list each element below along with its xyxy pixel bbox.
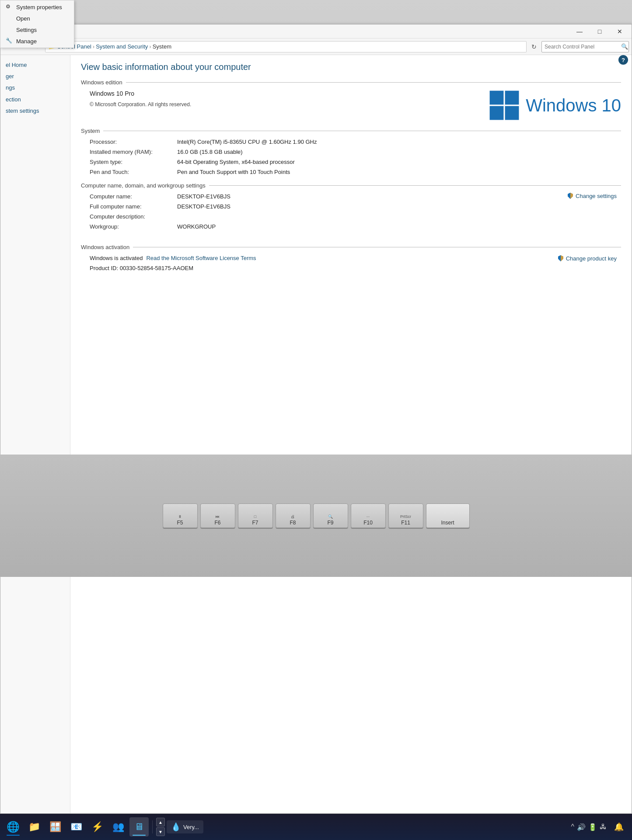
edition-info: Windows 10 Pro © Microsoft Corporation. … <box>90 90 480 108</box>
search-wrapper: 🔍 <box>541 41 629 52</box>
computer-divider <box>209 185 621 186</box>
edition-section: Windows 10 Pro © Microsoft Corporation. … <box>90 90 621 121</box>
activation-status-row: Windows is activated Read the Microsoft … <box>90 255 256 261</box>
sidebar-item-remote-settings[interactable]: ngs <box>0 82 70 94</box>
minimize-button[interactable]: — <box>569 24 590 38</box>
key-play-pause[interactable]: ⏸ F5 <box>163 503 198 528</box>
keyboard-row-fn: ⏸ F5 ⏭ F6 □ F7 🖨 F8 🔍 F9 ··· F10 PrtScr … <box>163 503 470 528</box>
store-icon: 🪟 <box>49 821 61 833</box>
key-f6[interactable]: ⏭ F6 <box>200 503 235 528</box>
breadcrumb-system-security[interactable]: System and Security <box>96 43 148 50</box>
weather-widget[interactable]: 💧 Very... <box>167 820 203 833</box>
svg-rect-2 <box>490 106 504 120</box>
key-f9[interactable]: 🔍 F9 <box>313 503 348 528</box>
svg-marker-5 <box>570 193 573 199</box>
sidebar-item-home[interactable]: el Home <box>0 59 70 71</box>
scroll-up-arrow[interactable]: ▲ <box>156 818 165 826</box>
full-name-label: Full computer name: <box>90 203 177 210</box>
taskbar-power[interactable]: ⚡ <box>87 817 107 837</box>
active-app-icon: 🖥 <box>134 821 144 833</box>
svg-marker-9 <box>558 255 561 261</box>
product-id-row: Product ID: 00330-52854-58175-AAOEM <box>90 265 256 271</box>
svg-marker-8 <box>561 255 563 261</box>
product-id-value: 00330-52854-58175-AAOEM <box>120 265 193 271</box>
change-product-key-button[interactable]: Change product key <box>557 255 617 262</box>
taskbar: 🌐 📁 🪟 📧 ⚡ 👥 🖥 ▲ ▼ 💧 Very... ^ 🔊 🔋 🖧 <box>0 814 632 840</box>
power-icon: ⚡ <box>91 821 103 833</box>
ram-row: Installed memory (RAM): 16.0 GB (15.8 GB… <box>90 149 621 155</box>
maximize-button[interactable]: □ <box>590 24 610 38</box>
tray-chevron[interactable]: ^ <box>571 823 574 831</box>
windows-logo-area: Windows 10 <box>489 90 621 121</box>
key-f8[interactable]: 🖨 F8 <box>276 503 311 528</box>
taskbar-outlook[interactable]: 📧 <box>66 817 86 837</box>
change-settings-button[interactable]: Change settings <box>567 192 617 199</box>
sidebar-item-system-protection[interactable]: ection <box>0 94 70 105</box>
notification-button[interactable]: 🔔 <box>609 817 629 837</box>
key-insert[interactable]: Insert <box>426 503 470 528</box>
system-tray: ^ 🔊 🔋 🖧 🔔 <box>571 817 629 837</box>
search-button[interactable]: 🔍 <box>621 43 628 50</box>
scroll-arrows: ▲ ▼ <box>156 818 165 836</box>
workgroup-label: Workgroup: <box>90 223 177 230</box>
tray-network[interactable]: 🖧 <box>600 823 607 831</box>
ram-value: 16.0 GB (15.8 GB usable) <box>177 149 621 155</box>
processor-row: Processor: Intel(R) Core(TM) i5-8365U CP… <box>90 139 621 145</box>
edge-underline <box>7 835 20 836</box>
context-item-manage[interactable]: 🔧 Manage <box>0 35 74 47</box>
close-button[interactable]: ✕ <box>610 24 630 38</box>
description-label: Computer description: <box>90 213 177 220</box>
window-controls: — □ ✕ <box>569 24 630 38</box>
weather-icon: 💧 <box>171 822 181 832</box>
teams-icon: 👥 <box>112 821 124 833</box>
product-id-label: Product ID: <box>90 265 118 271</box>
notification-icon: 🔔 <box>614 822 624 832</box>
edition-section-header: Windows edition <box>81 79 621 86</box>
main-content: el Home ger ngs ection stem settings Vie… <box>0 55 632 813</box>
explorer-icon: 📁 <box>28 821 40 833</box>
activation-section-header: Windows activation <box>81 244 621 250</box>
activation-section-label: Windows activation <box>81 244 129 250</box>
activation-info: Windows is activated Read the Microsoft … <box>90 255 256 273</box>
title-bar: — □ ✕ <box>0 24 632 38</box>
taskbar-edge[interactable]: 🌐 <box>3 817 23 837</box>
description-row: Computer description: <box>90 213 230 220</box>
key-f7[interactable]: □ F7 <box>238 503 273 528</box>
help-button[interactable]: ? <box>618 55 628 65</box>
activation-status: Windows is activated <box>90 255 143 261</box>
breadcrumb-bar: 📁 Control Panel › System and Security › … <box>45 41 527 52</box>
tray-battery[interactable]: 🔋 <box>588 823 597 831</box>
scroll-down-arrow[interactable]: ▼ <box>156 827 165 836</box>
license-link[interactable]: Read the Microsoft Software License Term… <box>146 255 256 261</box>
keyboard-area: ⏸ F5 ⏭ F6 □ F7 🖨 F8 🔍 F9 ··· F10 PrtScr … <box>0 455 632 577</box>
context-item-system-props[interactable]: ⚙ System properties <box>0 1 74 13</box>
key-prtscr[interactable]: PrtScr F11 <box>388 503 423 528</box>
open-icon <box>6 15 13 22</box>
processor-value: Intel(R) Core(TM) i5-8365U CPU @ 1.60GHz… <box>177 139 621 145</box>
edition-section-label: Windows edition <box>81 79 122 86</box>
refresh-button[interactable]: ↻ <box>528 41 540 52</box>
activation-section: Windows is activated Read the Microsoft … <box>90 255 621 273</box>
edition-name: Windows 10 Pro <box>90 90 480 97</box>
settings-icon <box>6 26 13 33</box>
windows-logo-icon <box>489 90 520 121</box>
key-f10[interactable]: ··· F10 <box>351 503 386 528</box>
context-item-open[interactable]: Open <box>0 13 74 24</box>
taskbar-teams[interactable]: 👥 <box>108 817 128 837</box>
search-input[interactable] <box>541 41 629 52</box>
taskbar-store[interactable]: 🪟 <box>45 817 65 837</box>
ram-label: Installed memory (RAM): <box>90 149 177 155</box>
svg-rect-3 <box>505 106 519 120</box>
pen-touch-value: Pen and Touch Support with 10 Touch Poin… <box>177 169 621 175</box>
sidebar-item-advanced-settings[interactable]: stem settings <box>0 105 70 117</box>
context-item-settings[interactable]: Settings <box>0 24 74 35</box>
workgroup-row: Workgroup: WORKGROUP <box>90 223 230 230</box>
taskbar-divider <box>152 820 153 833</box>
svg-rect-0 <box>490 91 504 105</box>
sidebar-item-device-manager[interactable]: ger <box>0 71 70 82</box>
taskbar-active-app[interactable]: 🖥 <box>129 817 149 837</box>
computer-info-table: Computer name: DESKTOP-E1V6BJS Full comp… <box>90 193 230 233</box>
computer-section-label: Computer name, domain, and workgroup set… <box>81 182 206 189</box>
taskbar-explorer[interactable]: 📁 <box>24 817 44 837</box>
tray-sound[interactable]: 🔊 <box>577 823 586 831</box>
